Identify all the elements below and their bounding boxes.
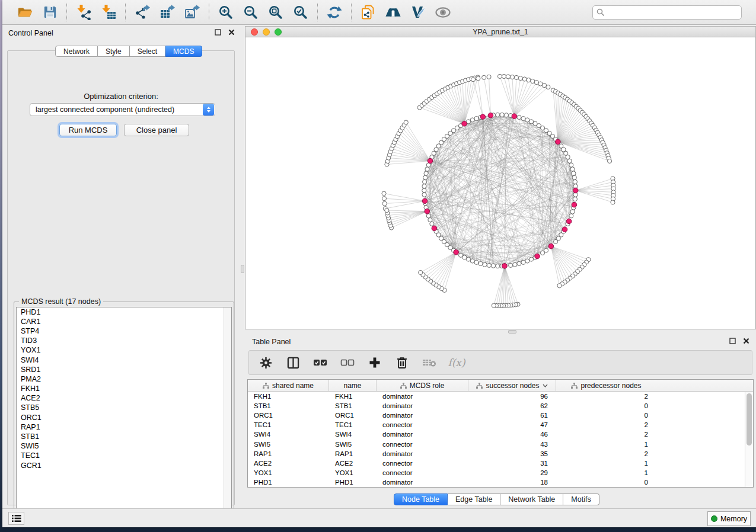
mcds-result-item[interactable]: SWI4 bbox=[17, 355, 231, 365]
export-table-button[interactable] bbox=[159, 4, 176, 21]
float-table-panel-button[interactable] bbox=[729, 337, 736, 345]
cell-predecessors[interactable]: 0 bbox=[556, 402, 656, 409]
mcds-result-item[interactable]: GCR1 bbox=[17, 461, 231, 470]
network-canvas[interactable] bbox=[245, 37, 756, 329]
cell-shared_name[interactable]: STB1 bbox=[248, 402, 329, 409]
cell-predecessors[interactable]: 2 bbox=[556, 450, 656, 457]
cell-successors[interactable]: 47 bbox=[468, 421, 556, 428]
table-row[interactable]: ACE2ACE2connector311 bbox=[248, 459, 753, 468]
table-row[interactable]: YOX1YOX1connector291 bbox=[248, 468, 753, 477]
network-window-titlebar[interactable]: YPA_prune.txt_1 bbox=[245, 26, 756, 37]
search-network-button[interactable] bbox=[385, 4, 401, 21]
close-panel-button-cp[interactable]: Close panel bbox=[124, 124, 189, 136]
mcds-result-item[interactable]: PMA2 bbox=[17, 374, 231, 384]
cell-successors[interactable]: 31 bbox=[468, 460, 556, 467]
cell-predecessors[interactable]: 1 bbox=[556, 441, 656, 448]
close-table-panel-button[interactable] bbox=[742, 337, 750, 345]
cell-role[interactable]: connector bbox=[377, 441, 468, 448]
cell-role[interactable]: dominator bbox=[377, 393, 468, 400]
cell-successors[interactable]: 61 bbox=[468, 412, 556, 419]
vertical-splitter[interactable] bbox=[240, 25, 245, 508]
open-file-button[interactable] bbox=[17, 4, 33, 21]
cell-successors[interactable]: 46 bbox=[468, 431, 556, 438]
add-column-button[interactable] bbox=[368, 355, 382, 370]
column-header-shared-name[interactable]: shared name bbox=[248, 380, 329, 391]
mcds-result-item[interactable]: TEC1 bbox=[17, 451, 231, 461]
cell-successors[interactable]: 96 bbox=[468, 393, 556, 400]
cell-successors[interactable]: 43 bbox=[468, 441, 556, 448]
import-table-button[interactable] bbox=[100, 4, 117, 21]
tab-motifs[interactable]: Motifs bbox=[563, 493, 599, 505]
column-header-MCDS-role[interactable]: MCDS role bbox=[377, 380, 468, 391]
cell-shared_name[interactable]: PHD1 bbox=[248, 479, 329, 486]
mcds-result-item[interactable]: ORC1 bbox=[17, 413, 231, 422]
search-input[interactable] bbox=[592, 5, 742, 20]
select-all-button[interactable] bbox=[313, 355, 327, 370]
memory-button[interactable]: Memory bbox=[707, 511, 751, 526]
table-scrollbar[interactable] bbox=[745, 392, 753, 488]
float-panel-button[interactable] bbox=[214, 28, 222, 36]
table-row[interactable]: FKH1FKH1dominator962 bbox=[248, 392, 753, 401]
cell-name[interactable]: ACE2 bbox=[329, 460, 377, 467]
cell-predecessors[interactable]: 1 bbox=[556, 469, 656, 476]
table-settings-button[interactable] bbox=[259, 355, 273, 370]
mcds-result-item[interactable]: STP4 bbox=[17, 326, 231, 336]
mcds-result-item[interactable]: PHD1 bbox=[17, 307, 231, 317]
table-row[interactable]: TEC1TEC1connector472 bbox=[248, 420, 753, 430]
zoom-selected-button[interactable] bbox=[292, 4, 309, 21]
close-panel-button[interactable] bbox=[228, 28, 235, 36]
cell-role[interactable]: connector bbox=[377, 469, 468, 476]
cell-shared_name[interactable]: SWI4 bbox=[248, 431, 329, 438]
mcds-result-item[interactable]: YOX1 bbox=[17, 346, 231, 355]
cell-role[interactable]: dominator bbox=[377, 412, 468, 419]
tab-node-table[interactable]: Node Table bbox=[394, 493, 448, 505]
cell-shared_name[interactable]: ORC1 bbox=[248, 412, 329, 419]
zoom-fit-button[interactable] bbox=[267, 4, 284, 21]
import-network-button[interactable] bbox=[75, 4, 92, 21]
mcds-result-item[interactable]: RAP1 bbox=[17, 422, 231, 432]
save-session-button[interactable] bbox=[42, 4, 58, 21]
table-row[interactable]: STB1STB1dominator620 bbox=[248, 401, 753, 411]
cell-successors[interactable]: 35 bbox=[468, 450, 556, 457]
cell-predecessors[interactable]: 2 bbox=[556, 431, 656, 438]
hide-details-button[interactable] bbox=[435, 4, 451, 21]
table-row[interactable]: SWI5SWI5connector431 bbox=[248, 439, 753, 448]
cell-predecessors[interactable]: 0 bbox=[556, 479, 656, 486]
table-row[interactable]: PHD1PHD1dominator180 bbox=[248, 477, 753, 487]
tab-select[interactable]: Select bbox=[130, 46, 165, 57]
cell-successors[interactable]: 62 bbox=[468, 402, 556, 409]
mcds-result-item[interactable]: TID3 bbox=[17, 336, 231, 346]
table-row[interactable]: ORC1ORC1dominator610 bbox=[248, 411, 753, 420]
tab-network[interactable]: Network bbox=[55, 46, 98, 57]
vizmapper-button[interactable] bbox=[410, 4, 426, 21]
cell-name[interactable]: STB1 bbox=[329, 402, 377, 409]
share-publish-button[interactable] bbox=[360, 4, 377, 21]
cell-name[interactable]: PHD1 bbox=[329, 479, 377, 486]
cell-predecessors[interactable]: 2 bbox=[556, 393, 656, 400]
mcds-result-item[interactable]: SWI5 bbox=[17, 442, 231, 451]
mcds-result-item[interactable]: SRD1 bbox=[17, 365, 231, 374]
task-history-button[interactable] bbox=[8, 512, 24, 525]
export-network-button[interactable] bbox=[134, 4, 151, 21]
cell-name[interactable]: YOX1 bbox=[329, 469, 377, 476]
mcds-list-scrollbar[interactable] bbox=[224, 307, 231, 518]
deselect-all-button[interactable] bbox=[340, 355, 355, 370]
cell-predecessors[interactable]: 0 bbox=[556, 412, 656, 419]
cell-name[interactable]: RAP1 bbox=[329, 450, 377, 457]
cell-name[interactable]: TEC1 bbox=[329, 421, 377, 428]
cell-role[interactable]: dominator bbox=[377, 431, 468, 438]
mcds-result-item[interactable]: CAR1 bbox=[17, 317, 231, 326]
cell-name[interactable]: SWI5 bbox=[329, 441, 377, 448]
cell-shared_name[interactable]: ACE2 bbox=[248, 460, 329, 467]
column-header-successor-nodes[interactable]: successor nodes bbox=[468, 380, 556, 391]
cell-role[interactable]: dominator bbox=[377, 450, 468, 457]
cell-name[interactable]: FKH1 bbox=[329, 393, 377, 400]
cell-shared_name[interactable]: TEC1 bbox=[248, 421, 329, 428]
criterion-dropdown[interactable]: largest connected component (undirected) bbox=[30, 103, 215, 116]
cell-role[interactable]: dominator bbox=[377, 402, 468, 409]
cell-successors[interactable]: 29 bbox=[468, 469, 556, 476]
splitter-grip[interactable] bbox=[508, 330, 516, 334]
splitter-grip[interactable] bbox=[241, 265, 244, 273]
cell-role[interactable]: connector bbox=[377, 460, 468, 467]
export-image-button[interactable] bbox=[184, 4, 200, 21]
